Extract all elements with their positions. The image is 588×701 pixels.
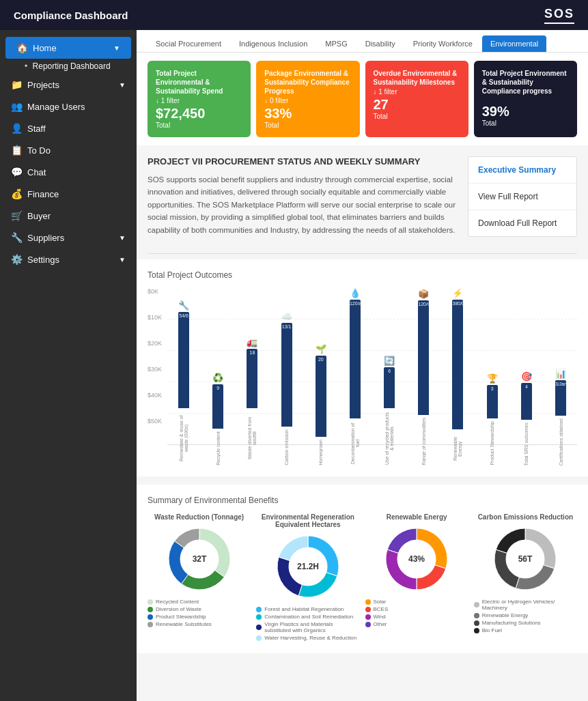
stat-card-spend: Total Project Environmental & Sustainabi… bbox=[148, 61, 251, 137]
main-content: Social Procurement Indigenous Inclusion … bbox=[137, 30, 588, 701]
donut-section: Summary of Environmental Benefits Waste … bbox=[137, 485, 588, 653]
bar-value: 3 bbox=[487, 385, 498, 391]
legend-item: Recycled Content bbox=[148, 599, 251, 605]
stat-card-value: 39% bbox=[482, 104, 569, 119]
bar: 13/1 bbox=[281, 323, 292, 427]
todo-icon: 📋 bbox=[11, 145, 22, 156]
bar-value: 380/0% bbox=[452, 300, 463, 306]
legend-item: Other bbox=[365, 621, 468, 627]
stat-card-arrow: ↓ 1 filter bbox=[156, 97, 242, 104]
sidebar-item-label: Chat bbox=[27, 167, 46, 177]
staff-icon: 👤 bbox=[11, 123, 22, 134]
sidebar-item-suppliers[interactable]: 🔧 Suppliers ▼ bbox=[0, 227, 137, 248]
bar-icon: 🔧 bbox=[178, 300, 189, 311]
bar-group: 🎯4Total SRS outcomes bbox=[510, 288, 543, 466]
stat-card-overdue: Overdue Environmental & Sustainability M… bbox=[365, 61, 468, 137]
bar-icon: ⚡ bbox=[452, 288, 463, 298]
stat-card-arrow: ↓ 1 filter bbox=[374, 88, 460, 96]
bar-value: 20 bbox=[316, 356, 326, 362]
bar: 6 bbox=[384, 367, 395, 408]
finance-icon: 💰 bbox=[11, 188, 22, 199]
tab-mpsg[interactable]: MPSG bbox=[317, 35, 355, 52]
tab-environmental[interactable]: Environmental bbox=[482, 35, 546, 52]
donut-chart-label: Carbon Emissions Reduction bbox=[478, 513, 573, 521]
bar: 3/Jan bbox=[555, 380, 566, 416]
dot-icon: • bbox=[25, 61, 27, 71]
bar: 120/act bbox=[350, 300, 361, 418]
stat-card-title: Total Project Environmental & Sustainabi… bbox=[156, 69, 242, 96]
sidebar-item-reporting[interactable]: • Reporting Dashboard bbox=[0, 59, 137, 74]
sidebar-item-buyer[interactable]: 🛒 Buyer bbox=[0, 205, 137, 227]
bar-icon: 🚛 bbox=[247, 337, 257, 347]
tab-social-procurement[interactable]: Social Procurement bbox=[148, 35, 229, 52]
side-panel: Executive Summary View Full Report Downl… bbox=[468, 156, 577, 237]
bar-value: 54/6 bbox=[178, 312, 189, 318]
stat-card-sub: Total bbox=[156, 121, 242, 129]
sidebar-item-label: Home bbox=[33, 43, 57, 53]
legend-item: Virgin Plastics and Materials substitute… bbox=[256, 621, 359, 633]
bar: 9 bbox=[212, 384, 223, 429]
sidebar-item-home[interactable]: 🏠 Home ▼ bbox=[5, 37, 131, 59]
donut-legend: SolarBCESWindOther bbox=[365, 599, 468, 629]
donut-legend: Electric or Hydrogen Vehicles/ Machinery… bbox=[474, 599, 577, 635]
app-title: Compliance Dashboard bbox=[14, 10, 128, 21]
projects-icon: 📁 bbox=[11, 79, 22, 90]
stat-card-sub: Total bbox=[374, 113, 460, 120]
project-title: PROJECT VII PROCUREMENT STATUS AND WEEKL… bbox=[148, 156, 457, 167]
sidebar-item-staff[interactable]: 👤 Staff bbox=[0, 117, 137, 139]
bar-value: 6 bbox=[384, 367, 395, 373]
bar-value: 13/1 bbox=[281, 323, 292, 329]
svg-text:32T: 32T bbox=[192, 554, 206, 564]
chevron-down-icon: ▼ bbox=[119, 256, 126, 263]
chevron-down-icon: ▼ bbox=[119, 81, 126, 89]
legend-item: Manufacturing Solutions bbox=[474, 620, 577, 626]
bar-label: Remediate & reuse of waste (000s) bbox=[179, 411, 188, 466]
bar-label: Renewable Energy bbox=[453, 432, 462, 466]
donut-chart: Waste Reduction (Tonnage)32TRecycled Con… bbox=[148, 513, 251, 642]
sidebar: 🏠 Home ▼ • Reporting Dashboard 📁 Project… bbox=[0, 30, 137, 701]
bar-label: Homegrown bbox=[318, 440, 323, 466]
bar-group: 🌱20Homegrown bbox=[305, 288, 337, 466]
chat-icon: 💬 bbox=[11, 167, 22, 177]
tab-disability[interactable]: Disability bbox=[357, 35, 404, 52]
bar-value: 120/Ong bbox=[418, 300, 429, 306]
donut-chart-label: Waste Reduction (Tonnage) bbox=[154, 513, 244, 521]
link-download-full-report[interactable]: Download Full Report bbox=[468, 210, 576, 236]
sidebar-item-manage-users[interactable]: 👥 Manage Users bbox=[0, 96, 137, 117]
tab-priority-workforce[interactable]: Priority Workforce bbox=[405, 35, 481, 52]
sidebar-item-todo[interactable]: 📋 To Do bbox=[0, 139, 137, 161]
bar-label: Total SRS outcomes bbox=[524, 423, 529, 466]
divider bbox=[148, 253, 577, 254]
link-executive-summary[interactable]: Executive Summary bbox=[468, 157, 576, 184]
sidebar-item-chat[interactable]: 💬 Chat bbox=[0, 161, 137, 183]
stat-card-value: $72,450 bbox=[156, 106, 242, 121]
bar-icon: 📊 bbox=[555, 369, 566, 379]
sidebar-item-settings[interactable]: ⚙️ Settings ▼ bbox=[0, 248, 137, 270]
sidebar-item-finance[interactable]: 💰 Finance bbox=[0, 183, 137, 205]
legend-item: Bio Fuel bbox=[474, 627, 577, 633]
sidebar-item-label: Settings bbox=[27, 255, 59, 265]
donut-svg: 56T bbox=[491, 525, 559, 593]
stat-card-title: Total Project Environment & Sustainabili… bbox=[482, 69, 569, 96]
legend-item: Renewable Substitutes bbox=[148, 621, 251, 627]
sidebar-item-projects[interactable]: 📁 Projects ▼ bbox=[0, 74, 137, 96]
stat-cards: Total Project Environmental & Sustainabi… bbox=[137, 53, 588, 145]
donut-legend: Recycled ContentDiversion of WasteProduc… bbox=[148, 599, 251, 629]
bar-group: 🏆3Product Stewardship bbox=[476, 288, 509, 466]
bar: 120/Ong bbox=[418, 300, 429, 415]
link-view-full-report[interactable]: View Full Report bbox=[468, 184, 576, 210]
bar-chart-section: Total Project Outcomes $50K $40K $30K $2… bbox=[137, 259, 588, 476]
bar-group: 🚛18Waste diverted from landfill bbox=[236, 288, 268, 466]
bar-value: 9 bbox=[212, 384, 223, 390]
bar-icon: 🏆 bbox=[487, 373, 498, 384]
tab-indigenous[interactable]: Indigenous Inclusion bbox=[231, 35, 316, 52]
legend-item: Forest and Habitat Regeneration bbox=[256, 606, 359, 612]
legend-item: Water Harvesting, Reuse & Reduction bbox=[256, 635, 359, 641]
sidebar-item-label: To Do bbox=[27, 145, 51, 156]
stat-card-title: Overdue Environmental & Sustainability M… bbox=[374, 69, 460, 87]
bar-value: 3/Jan bbox=[555, 380, 566, 386]
donut-chart: Renewable Energy43%SolarBCESWindOther bbox=[365, 513, 468, 642]
sidebar-item-label: Finance bbox=[27, 189, 59, 199]
bar-group: 🔄6Use of recycled products & materials bbox=[373, 288, 406, 466]
donut-svg: 21.2H bbox=[274, 532, 342, 601]
